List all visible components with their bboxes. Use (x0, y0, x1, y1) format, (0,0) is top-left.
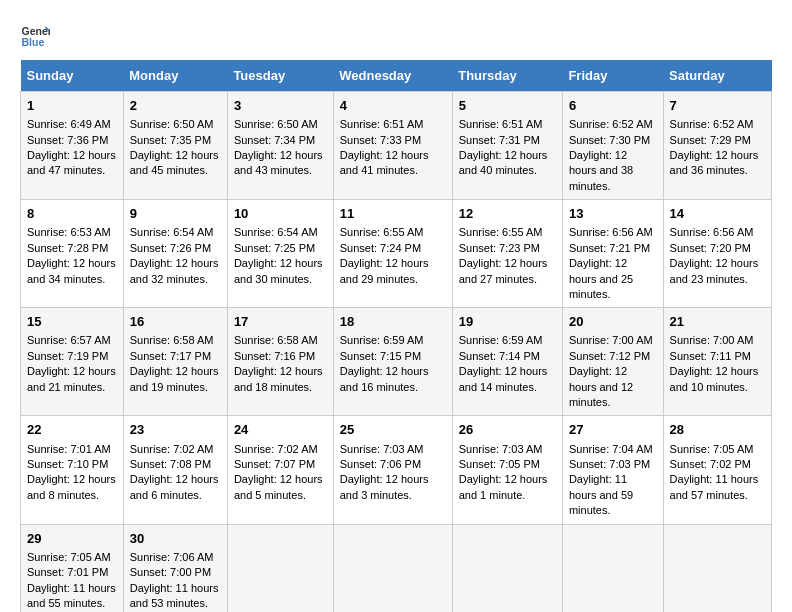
sunset-text: Sunset: 7:16 PM (234, 350, 315, 362)
day-number: 13 (569, 205, 657, 223)
calendar-cell: 1Sunrise: 6:49 AMSunset: 7:36 PMDaylight… (21, 92, 124, 200)
daylight-text: Daylight: 12 hours and 10 minutes. (670, 365, 759, 392)
day-number: 17 (234, 313, 327, 331)
day-number: 12 (459, 205, 556, 223)
sunset-text: Sunset: 7:25 PM (234, 242, 315, 254)
daylight-text: Daylight: 12 hours and 6 minutes. (130, 473, 219, 500)
header-cell-friday: Friday (562, 60, 663, 92)
calendar-cell (663, 524, 771, 612)
sunrise-text: Sunrise: 6:59 AM (340, 334, 424, 346)
sunset-text: Sunset: 7:33 PM (340, 134, 421, 146)
sunset-text: Sunset: 7:10 PM (27, 458, 108, 470)
day-number: 30 (130, 530, 221, 548)
sunrise-text: Sunrise: 6:58 AM (130, 334, 214, 346)
calendar-cell: 19Sunrise: 6:59 AMSunset: 7:14 PMDayligh… (452, 308, 562, 416)
sunset-text: Sunset: 7:20 PM (670, 242, 751, 254)
sunrise-text: Sunrise: 6:55 AM (459, 226, 543, 238)
sunset-text: Sunset: 7:31 PM (459, 134, 540, 146)
sunrise-text: Sunrise: 7:05 AM (27, 551, 111, 563)
week-row-1: 1Sunrise: 6:49 AMSunset: 7:36 PMDaylight… (21, 92, 772, 200)
sunset-text: Sunset: 7:07 PM (234, 458, 315, 470)
calendar-cell: 8Sunrise: 6:53 AMSunset: 7:28 PMDaylight… (21, 200, 124, 308)
daylight-text: Daylight: 12 hours and 16 minutes. (340, 365, 429, 392)
sunrise-text: Sunrise: 6:53 AM (27, 226, 111, 238)
calendar-cell: 11Sunrise: 6:55 AMSunset: 7:24 PMDayligh… (333, 200, 452, 308)
calendar-header: SundayMondayTuesdayWednesdayThursdayFrid… (21, 60, 772, 92)
header: General Blue (20, 20, 772, 50)
sunrise-text: Sunrise: 6:49 AM (27, 118, 111, 130)
sunrise-text: Sunrise: 6:57 AM (27, 334, 111, 346)
day-number: 26 (459, 421, 556, 439)
sunrise-text: Sunrise: 7:01 AM (27, 443, 111, 455)
daylight-text: Daylight: 12 hours and 43 minutes. (234, 149, 323, 176)
daylight-text: Daylight: 11 hours and 57 minutes. (670, 473, 759, 500)
header-row: SundayMondayTuesdayWednesdayThursdayFrid… (21, 60, 772, 92)
sunrise-text: Sunrise: 7:03 AM (459, 443, 543, 455)
calendar-cell: 2Sunrise: 6:50 AMSunset: 7:35 PMDaylight… (123, 92, 227, 200)
sunset-text: Sunset: 7:21 PM (569, 242, 650, 254)
daylight-text: Daylight: 12 hours and 14 minutes. (459, 365, 548, 392)
calendar-cell: 9Sunrise: 6:54 AMSunset: 7:26 PMDaylight… (123, 200, 227, 308)
calendar-cell: 25Sunrise: 7:03 AMSunset: 7:06 PMDayligh… (333, 416, 452, 524)
sunrise-text: Sunrise: 7:06 AM (130, 551, 214, 563)
calendar-cell: 3Sunrise: 6:50 AMSunset: 7:34 PMDaylight… (227, 92, 333, 200)
sunset-text: Sunset: 7:01 PM (27, 566, 108, 578)
sunset-text: Sunset: 7:26 PM (130, 242, 211, 254)
sunset-text: Sunset: 7:28 PM (27, 242, 108, 254)
calendar-cell (333, 524, 452, 612)
sunrise-text: Sunrise: 7:00 AM (569, 334, 653, 346)
daylight-text: Daylight: 12 hours and 18 minutes. (234, 365, 323, 392)
sunset-text: Sunset: 7:05 PM (459, 458, 540, 470)
calendar-cell: 17Sunrise: 6:58 AMSunset: 7:16 PMDayligh… (227, 308, 333, 416)
day-number: 9 (130, 205, 221, 223)
sunrise-text: Sunrise: 6:54 AM (234, 226, 318, 238)
daylight-text: Daylight: 12 hours and 38 minutes. (569, 149, 633, 192)
week-row-5: 29Sunrise: 7:05 AMSunset: 7:01 PMDayligh… (21, 524, 772, 612)
day-number: 19 (459, 313, 556, 331)
day-number: 3 (234, 97, 327, 115)
sunset-text: Sunset: 7:15 PM (340, 350, 421, 362)
calendar-cell: 12Sunrise: 6:55 AMSunset: 7:23 PMDayligh… (452, 200, 562, 308)
sunset-text: Sunset: 7:35 PM (130, 134, 211, 146)
svg-text:Blue: Blue (22, 36, 45, 48)
header-cell-wednesday: Wednesday (333, 60, 452, 92)
daylight-text: Daylight: 12 hours and 30 minutes. (234, 257, 323, 284)
day-number: 27 (569, 421, 657, 439)
sunset-text: Sunset: 7:14 PM (459, 350, 540, 362)
sunrise-text: Sunrise: 7:02 AM (130, 443, 214, 455)
sunset-text: Sunset: 7:17 PM (130, 350, 211, 362)
sunset-text: Sunset: 7:30 PM (569, 134, 650, 146)
sunset-text: Sunset: 7:02 PM (670, 458, 751, 470)
sunrise-text: Sunrise: 6:55 AM (340, 226, 424, 238)
sunrise-text: Sunrise: 6:58 AM (234, 334, 318, 346)
sunset-text: Sunset: 7:19 PM (27, 350, 108, 362)
week-row-2: 8Sunrise: 6:53 AMSunset: 7:28 PMDaylight… (21, 200, 772, 308)
sunrise-text: Sunrise: 6:56 AM (569, 226, 653, 238)
day-number: 15 (27, 313, 117, 331)
day-number: 11 (340, 205, 446, 223)
sunset-text: Sunset: 7:03 PM (569, 458, 650, 470)
sunrise-text: Sunrise: 7:03 AM (340, 443, 424, 455)
sunrise-text: Sunrise: 6:52 AM (569, 118, 653, 130)
daylight-text: Daylight: 12 hours and 23 minutes. (670, 257, 759, 284)
sunset-text: Sunset: 7:12 PM (569, 350, 650, 362)
day-number: 16 (130, 313, 221, 331)
daylight-text: Daylight: 12 hours and 40 minutes. (459, 149, 548, 176)
sunrise-text: Sunrise: 7:04 AM (569, 443, 653, 455)
daylight-text: Daylight: 12 hours and 21 minutes. (27, 365, 116, 392)
sunset-text: Sunset: 7:24 PM (340, 242, 421, 254)
sunrise-text: Sunrise: 6:59 AM (459, 334, 543, 346)
header-cell-monday: Monday (123, 60, 227, 92)
calendar-cell: 24Sunrise: 7:02 AMSunset: 7:07 PMDayligh… (227, 416, 333, 524)
daylight-text: Daylight: 11 hours and 53 minutes. (130, 582, 219, 609)
sunset-text: Sunset: 7:36 PM (27, 134, 108, 146)
daylight-text: Daylight: 12 hours and 25 minutes. (569, 257, 633, 300)
daylight-text: Daylight: 12 hours and 29 minutes. (340, 257, 429, 284)
calendar-cell (227, 524, 333, 612)
calendar-cell: 14Sunrise: 6:56 AMSunset: 7:20 PMDayligh… (663, 200, 771, 308)
sunset-text: Sunset: 7:23 PM (459, 242, 540, 254)
calendar-cell: 18Sunrise: 6:59 AMSunset: 7:15 PMDayligh… (333, 308, 452, 416)
calendar-cell: 30Sunrise: 7:06 AMSunset: 7:00 PMDayligh… (123, 524, 227, 612)
day-number: 28 (670, 421, 765, 439)
calendar-cell: 7Sunrise: 6:52 AMSunset: 7:29 PMDaylight… (663, 92, 771, 200)
